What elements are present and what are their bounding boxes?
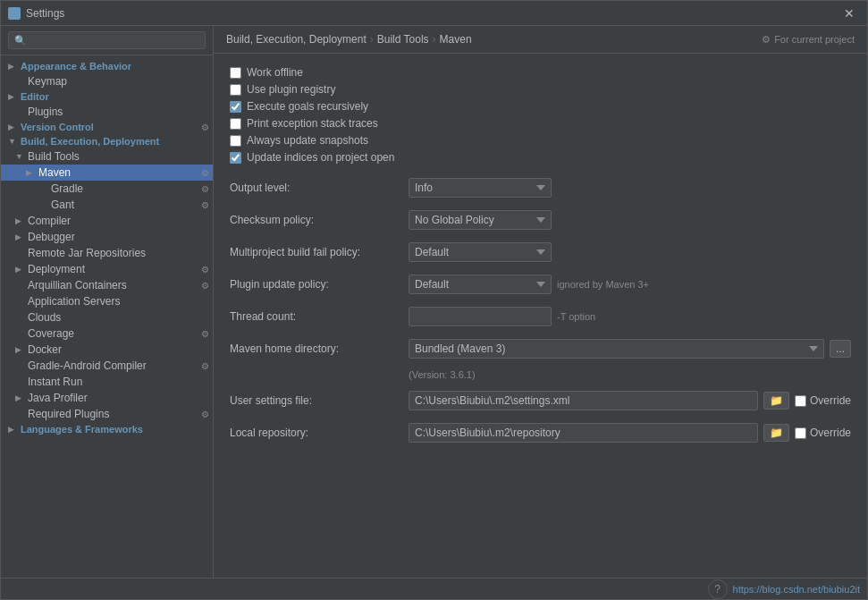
sidebar-item-gradle[interactable]: Gradle ⚙ — [1, 181, 213, 197]
always-update-checkbox[interactable] — [230, 135, 241, 147]
for-project-label: For current project — [774, 34, 855, 45]
update-indices-label: Update indices on project open — [247, 151, 394, 164]
settings-content: Work offline Use plugin registry Execute… — [214, 54, 867, 578]
local-repo-input[interactable] — [409, 423, 758, 443]
sidebar-item-label: Coverage — [28, 327, 198, 340]
execute-goals-row: Execute goals recursively — [230, 100, 851, 113]
status-link[interactable]: https://blog.csdn.net/biubiu2it — [733, 584, 860, 595]
sidebar-item-appearance[interactable]: ▶ Appearance & Behavior — [1, 59, 213, 73]
breadcrumb-sep-1: › — [370, 33, 374, 46]
sidebar-item-docker[interactable]: ▶ Docker — [1, 342, 213, 358]
search-input[interactable] — [8, 31, 206, 49]
breadcrumb-sep-2: › — [433, 33, 436, 46]
arrow-icon: ▶ — [26, 168, 38, 177]
update-indices-checkbox[interactable] — [230, 152, 241, 164]
thread-count-hint: -T option — [557, 311, 595, 322]
sidebar-item-debugger[interactable]: ▶ Debugger — [1, 229, 213, 245]
close-button[interactable]: ✕ — [839, 4, 860, 22]
sidebar-item-editor[interactable]: ▶ Editor — [1, 89, 213, 104]
arrow-icon: ▶ — [8, 62, 21, 71]
sidebar-item-maven[interactable]: ▶ Maven ⚙ — [1, 165, 213, 181]
user-settings-label: User settings file: — [230, 394, 409, 407]
bottom-bar-left: ? https://blog.csdn.net/biubiu2it — [708, 579, 860, 599]
sidebar-item-required-plugins[interactable]: Required Plugins ⚙ — [1, 406, 213, 422]
maven-home-browse-button[interactable]: ... — [830, 340, 851, 358]
plugin-update-policy-select[interactable]: Default Force Never Daily Always — [409, 275, 552, 294]
user-settings-browse-button[interactable]: 📁 — [763, 392, 789, 410]
arrow-icon: ▶ — [15, 393, 28, 402]
thread-count-label: Thread count: — [230, 310, 409, 323]
work-offline-checkbox[interactable] — [230, 67, 241, 79]
for-project: ⚙ For current project — [762, 34, 855, 46]
use-plugin-registry-label: Use plugin registry — [247, 83, 335, 96]
help-button[interactable]: ? — [708, 579, 728, 599]
plugin-update-policy-label: Plugin update policy: — [230, 278, 409, 291]
multiproject-policy-select[interactable]: Default Fail Fast Fail Never — [409, 242, 552, 262]
sidebar-item-label: Languages & Frameworks — [21, 424, 209, 435]
maven-home-select[interactable]: Bundled (Maven 3) Custom — [409, 339, 824, 359]
sidebar-item-compiler[interactable]: ▶ Compiler — [1, 213, 213, 229]
local-repo-override-checkbox[interactable] — [795, 427, 806, 439]
sidebar-item-languages[interactable]: ▶ Languages & Frameworks — [1, 422, 213, 436]
print-exception-label: Print exception stack traces — [247, 117, 378, 130]
sidebar-item-label: Appearance & Behavior — [21, 61, 209, 72]
output-level-label: Output level: — [230, 182, 409, 194]
arrow-icon: ▶ — [8, 92, 21, 101]
badge-icon: ⚙ — [201, 281, 209, 291]
sidebar-item-remote-jar[interactable]: Remote Jar Repositories — [1, 245, 213, 261]
user-settings-override-checkbox[interactable] — [795, 395, 806, 407]
checksum-policy-control: No Global Policy Fail Warn Ignore — [409, 210, 851, 230]
sidebar-item-label: Version Control — [21, 122, 198, 132]
main-panel: Build, Execution, Deployment › Build Too… — [214, 26, 867, 578]
print-exception-checkbox[interactable] — [230, 118, 241, 130]
sidebar-item-instant-run[interactable]: Instant Run — [1, 374, 213, 390]
sidebar-item-label: Keymap — [28, 75, 209, 88]
local-repo-label: Local repository: — [230, 427, 409, 439]
settings-form: Output level: Info Debug Quiet Checksum … — [230, 176, 851, 444]
sidebar: ▶ Appearance & Behavior Keymap ▶ Editor … — [1, 26, 214, 578]
sidebar-item-gradle-android[interactable]: Gradle-Android Compiler ⚙ — [1, 358, 213, 374]
sidebar-item-java-profiler[interactable]: ▶ Java Profiler — [1, 390, 213, 406]
execute-goals-label: Execute goals recursively — [247, 100, 368, 113]
sidebar-item-clouds[interactable]: Clouds — [1, 309, 213, 325]
always-update-label: Always update snapshots — [247, 134, 368, 147]
sidebar-item-deployment[interactable]: ▶ Deployment ⚙ — [1, 261, 213, 277]
thread-count-control: -T option — [409, 307, 851, 326]
sidebar-item-keymap[interactable]: Keymap — [1, 73, 213, 89]
maven-home-label: Maven home directory: — [230, 342, 409, 355]
output-level-select[interactable]: Info Debug Quiet — [409, 178, 552, 198]
badge-icon: ⚙ — [201, 361, 209, 371]
work-offline-label: Work offline — [247, 66, 303, 79]
update-indices-row: Update indices on project open — [230, 151, 851, 164]
use-plugin-registry-checkbox[interactable] — [230, 84, 241, 96]
settings-window: Settings ✕ ▶ Appearance & Behavior Keyma… — [0, 0, 868, 600]
local-repo-browse-button[interactable]: 📁 — [763, 424, 789, 442]
checksum-policy-label: Checksum policy: — [230, 214, 409, 226]
sidebar-item-plugins[interactable]: Plugins — [1, 104, 213, 120]
sidebar-item-coverage[interactable]: Coverage ⚙ — [1, 325, 213, 342]
thread-count-row: Thread count: -T option — [230, 305, 851, 328]
sidebar-item-label: Clouds — [28, 311, 209, 324]
user-settings-input[interactable] — [409, 391, 758, 410]
multiproject-policy-row: Multiproject build fail policy: Default … — [230, 241, 851, 264]
maven-home-row: Maven home directory: Bundled (Maven 3) … — [230, 337, 851, 360]
sidebar-item-label: Plugins — [28, 106, 209, 118]
execute-goals-checkbox[interactable] — [230, 101, 241, 113]
sidebar-item-label: Required Plugins — [28, 408, 198, 420]
sidebar-item-gant[interactable]: Gant ⚙ — [1, 197, 213, 213]
checksum-policy-select[interactable]: No Global Policy Fail Warn Ignore — [409, 210, 552, 230]
local-repo-control: 📁 Override — [409, 423, 851, 443]
sidebar-item-app-servers[interactable]: Application Servers — [1, 293, 213, 309]
sidebar-item-version-control[interactable]: ▶ Version Control ⚙ — [1, 120, 213, 134]
sidebar-item-build-tools[interactable]: ▼ Build Tools — [1, 148, 213, 165]
breadcrumb-part-2: Build Tools — [377, 33, 429, 46]
sidebar-item-arquillian[interactable]: Arquillian Containers ⚙ — [1, 277, 213, 293]
sidebar-item-label: Remote Jar Repositories — [28, 247, 209, 259]
sidebar-item-build-execution[interactable]: ▼ Build, Execution, Deployment — [1, 134, 213, 148]
bottom-bar: ? https://blog.csdn.net/biubiu2it — [1, 578, 867, 599]
arrow-icon: ▶ — [8, 425, 21, 434]
arrow-icon: ▶ — [15, 345, 28, 354]
badge-icon: ⚙ — [201, 184, 209, 194]
thread-count-input[interactable] — [409, 307, 552, 326]
sidebar-item-label: Gradle-Android Compiler — [28, 359, 198, 372]
